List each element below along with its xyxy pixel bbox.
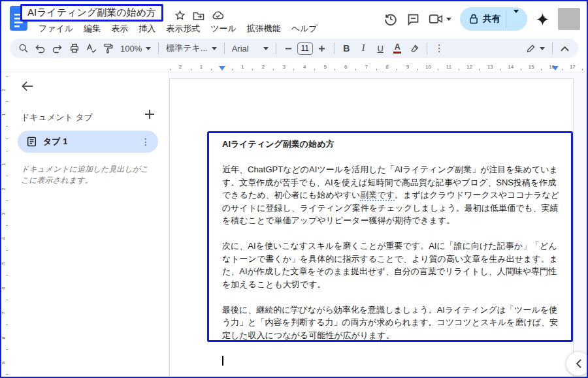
header: AIライティング副業の始め方 ファイル編集表示挿入表示形式ツール拡張機能ヘルプ …: [1, 1, 587, 35]
show-side-panel-button[interactable]: [566, 351, 588, 376]
print-icon[interactable]: [66, 40, 82, 57]
font-caret-icon: [263, 47, 269, 50]
style-caret-icon: [212, 47, 217, 50]
zoom-select[interactable]: 100%: [117, 44, 154, 54]
menu-item[interactable]: 表示形式: [161, 22, 205, 36]
ruler-tick: [355, 69, 356, 71]
document-paragraph[interactable]: 最後に、継続的に学びながら効率化を意識しましょう。AIライティングは「ツールを使…: [222, 304, 562, 342]
ruler-tick: [541, 69, 542, 71]
ruler-number: 3: [282, 64, 285, 70]
grammar-suggestion-text: 副業です: [360, 190, 395, 201]
ruler-tick: [314, 69, 315, 71]
version-history-icon[interactable]: [384, 12, 398, 26]
underline-button[interactable]: U: [372, 40, 389, 57]
star-icon[interactable]: [174, 10, 186, 21]
ruler-tick: [417, 69, 418, 71]
text-color-button[interactable]: A: [389, 40, 406, 57]
search-menus-icon[interactable]: [15, 40, 31, 57]
italic-button[interactable]: I: [355, 40, 372, 57]
vruler-number: 5: [1, 262, 7, 264]
document-paragraph[interactable]: 次に、AIを使いこなすスキルを磨くことが重要です。AIに「誰に向けた記事か」「ど…: [222, 240, 562, 291]
ruler-number: 17: [570, 64, 576, 70]
ruler-tick: [191, 69, 191, 71]
vruler-tick: [6, 275, 8, 276]
paint-format-icon[interactable]: [100, 40, 116, 57]
spelling-check-icon[interactable]: [83, 40, 99, 57]
more-toolbar-options-button[interactable]: ⋮: [431, 40, 448, 57]
vruler-tick: [6, 101, 8, 102]
ruler-tick: [232, 69, 233, 71]
document-page[interactable]: AIライティング副業の始め方 近年、ChatGPTなどのAIツールを活用した「A…: [169, 78, 574, 378]
account-avatar[interactable]: [558, 8, 580, 30]
undo-icon[interactable]: [32, 40, 48, 57]
document-heading[interactable]: AIライティング副業の始め方: [222, 138, 562, 151]
ruler-number: 1: [241, 64, 244, 70]
vruler-tick: [6, 126, 8, 127]
ruler-tick: [397, 69, 397, 71]
menu-item[interactable]: ファイル: [33, 22, 78, 36]
hide-menus-button[interactable]: [557, 40, 573, 57]
redo-icon[interactable]: [49, 40, 65, 57]
vruler-tick: [6, 250, 8, 251]
document-title[interactable]: AIライティング副業の始め方: [27, 7, 156, 18]
paragraph-style-select[interactable]: 標準テキ...: [163, 42, 220, 54]
ruler-tick: [438, 69, 438, 71]
font-size-input[interactable]: 11: [297, 42, 313, 55]
gemini-icon[interactable]: [536, 12, 549, 26]
move-folder-icon[interactable]: [193, 10, 204, 21]
vruler-tick: [6, 176, 8, 176]
vruler-tick: [6, 349, 8, 350]
ruler-number: 7: [365, 64, 368, 70]
menu-item[interactable]: ツール: [205, 22, 242, 36]
ruler-number: 1: [200, 64, 203, 70]
ruler-number: 13: [487, 64, 493, 70]
toolbar-separator: [276, 42, 276, 54]
vruler-number: 3: [1, 212, 7, 215]
toolbar-separator: [158, 42, 159, 54]
tab-options-icon[interactable]: ⋮: [141, 136, 150, 147]
ruler-number: 16: [549, 64, 555, 70]
left-indent-marker[interactable]: [219, 66, 225, 71]
paragraph-text: 次に、AIを使いこなすスキルを磨くことが重要です。AIに「誰に向けた記事か」「ど…: [222, 241, 558, 289]
ruler-tick: [521, 69, 521, 71]
vruler-tick: [6, 151, 8, 151]
document-paragraph[interactable]: 近年、ChatGPTなどのAIツールを活用した「AIライティング副業」が注目を集…: [222, 163, 562, 227]
increase-font-size-button[interactable]: [314, 40, 330, 57]
ruler-number: 2: [262, 64, 265, 70]
ruler-number: 14: [508, 64, 514, 70]
menu-item[interactable]: 編集: [78, 22, 106, 36]
font-select[interactable]: Arial: [229, 44, 272, 54]
menu-item[interactable]: 挿入: [133, 22, 161, 36]
vruler-number: 4: [1, 237, 7, 240]
bold-button[interactable]: B: [338, 40, 355, 57]
menu-item[interactable]: ヘルプ: [286, 22, 323, 36]
horizontal-ruler[interactable]: 211234567891011121314151617: [1, 60, 587, 72]
highlight-color-button[interactable]: [406, 40, 423, 57]
menu-item[interactable]: 拡張機能: [242, 22, 286, 36]
cloud-status-icon[interactable]: [212, 10, 224, 20]
menu-item[interactable]: 表示: [106, 22, 133, 36]
comments-icon[interactable]: [406, 12, 420, 26]
video-call-button[interactable]: [429, 13, 451, 25]
close-sidebar-back-icon[interactable]: [21, 80, 34, 92]
ruler-tick: [293, 69, 294, 71]
sidebar-tab-1[interactable]: タブ 1 ⋮: [18, 131, 158, 153]
decrease-font-size-button[interactable]: [280, 40, 297, 57]
vertical-ruler[interactable]: 21123456789: [1, 72, 9, 377]
ruler-number: 8: [385, 64, 388, 70]
share-options-caret[interactable]: [508, 13, 525, 25]
editing-mode-caret-icon: [540, 47, 545, 50]
ruler-tick: [500, 69, 500, 71]
video-call-caret-icon: [446, 18, 451, 21]
document-text[interactable]: AIライティング副業の始め方 近年、ChatGPTなどのAIツールを活用した「A…: [222, 138, 562, 367]
add-tab-button[interactable]: [144, 109, 155, 119]
editing-mode-select[interactable]: [523, 44, 548, 54]
ruler-tick: [252, 69, 253, 71]
share-button[interactable]: 共有: [460, 7, 527, 31]
vruler-number: 8: [1, 336, 7, 339]
zoom-caret-icon: [146, 47, 151, 50]
ruler-number: 5: [324, 64, 327, 70]
ruler-tick: [459, 69, 459, 71]
vruler-number: 7: [1, 311, 7, 314]
paragraph-text: 最後に、継続的に学びながら効率化を意識しましょう。AIライティングは「ツールを使…: [222, 305, 558, 340]
